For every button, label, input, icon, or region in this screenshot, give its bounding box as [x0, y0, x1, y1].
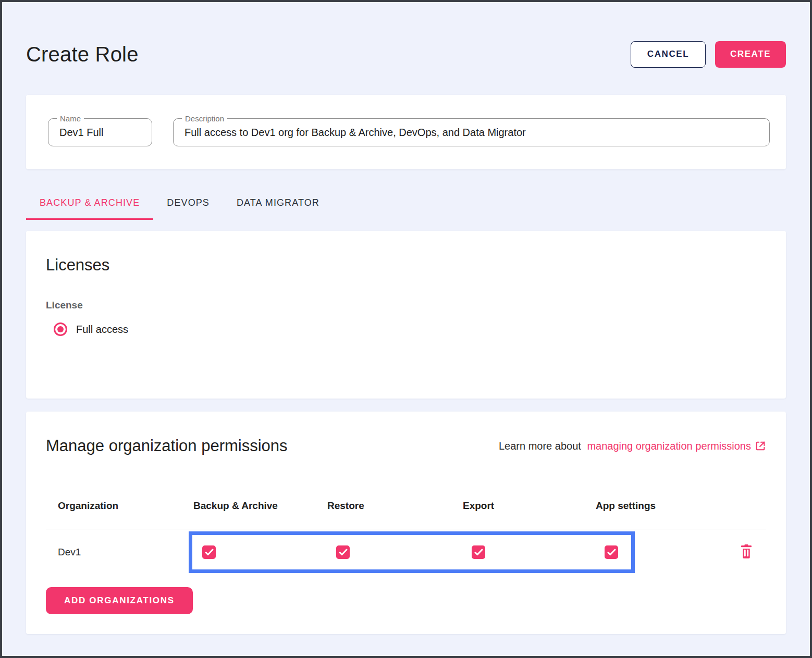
- permissions-table-header: Organization Backup & Archive Restore Ex…: [46, 500, 766, 529]
- cell-backup-archive: [193, 545, 327, 559]
- license-option-full-access[interactable]: Full access: [46, 322, 766, 336]
- external-link-icon: [755, 440, 766, 452]
- check-icon: [474, 549, 483, 556]
- name-field-label: Name: [57, 114, 84, 123]
- header-actions: CANCEL CREATE: [631, 41, 786, 68]
- permissions-head: Manage organization permissions Learn mo…: [46, 435, 766, 457]
- learn-more-prefix: Learn more about: [499, 440, 584, 452]
- license-group-label: License: [46, 300, 766, 311]
- learn-more-text: Learn more about managing organization p…: [499, 440, 766, 452]
- tab-data-migrator[interactable]: DATA MIGRATOR: [223, 188, 333, 220]
- cell-export: [463, 545, 596, 559]
- page-header: Create Role CANCEL CREATE: [26, 41, 786, 68]
- cell-app-settings: [596, 545, 740, 559]
- cell-actions: [740, 544, 766, 560]
- description-field-value: Full access to Dev1 org for Backup & Arc…: [184, 127, 526, 139]
- column-app-settings: App settings: [596, 500, 740, 512]
- permissions-heading: Manage organization permissions: [46, 435, 288, 457]
- add-organizations-button[interactable]: ADD ORGANIZATIONS: [46, 587, 193, 614]
- learn-more-link-text: managing organization permissions: [587, 440, 751, 452]
- learn-more-link[interactable]: managing organization permissions: [587, 440, 766, 452]
- page-title: Create Role: [26, 43, 139, 66]
- organization-name: Dev1: [58, 547, 193, 558]
- check-icon: [339, 549, 348, 556]
- licenses-heading: Licenses: [46, 254, 766, 276]
- role-details-card: Name Dev1 Full Description Full access t…: [26, 95, 786, 169]
- checkbox-backup-archive[interactable]: [202, 545, 216, 559]
- permissions-table: Organization Backup & Archive Restore Ex…: [46, 500, 766, 575]
- tab-devops[interactable]: DEVOPS: [153, 188, 223, 220]
- column-backup-archive: Backup & Archive: [193, 500, 327, 512]
- column-restore: Restore: [327, 500, 463, 512]
- description-field[interactable]: Description Full access to Dev1 org for …: [173, 118, 770, 146]
- radio-dot: [57, 326, 64, 332]
- cell-restore: [327, 545, 463, 559]
- permissions-card: Manage organization permissions Learn mo…: [26, 412, 786, 634]
- delete-organization-button[interactable]: [740, 544, 753, 560]
- check-icon: [607, 549, 616, 556]
- radio-selected-icon[interactable]: [54, 322, 67, 336]
- checkbox-export[interactable]: [472, 545, 485, 559]
- column-export: Export: [463, 500, 596, 512]
- product-tabs: BACKUP & ARCHIVE DEVOPS DATA MIGRATOR: [26, 188, 786, 220]
- trash-icon: [740, 544, 753, 560]
- create-role-page: Create Role CANCEL CREATE Name Dev1 Full…: [2, 41, 810, 634]
- create-button[interactable]: CREATE: [715, 41, 786, 68]
- checkbox-restore[interactable]: [336, 545, 350, 559]
- column-organization: Organization: [58, 500, 193, 512]
- cancel-button[interactable]: CANCEL: [631, 41, 706, 68]
- check-icon: [205, 549, 214, 556]
- table-row: Dev1: [46, 529, 766, 575]
- license-option-label: Full access: [76, 324, 128, 336]
- description-field-label: Description: [182, 114, 227, 123]
- licenses-card: Licenses License Full access: [26, 231, 786, 399]
- tab-backup-archive[interactable]: BACKUP & ARCHIVE: [26, 188, 153, 220]
- name-field[interactable]: Name Dev1 Full: [48, 118, 152, 146]
- checkbox-app-settings[interactable]: [605, 545, 618, 559]
- name-field-value: Dev1 Full: [59, 127, 103, 139]
